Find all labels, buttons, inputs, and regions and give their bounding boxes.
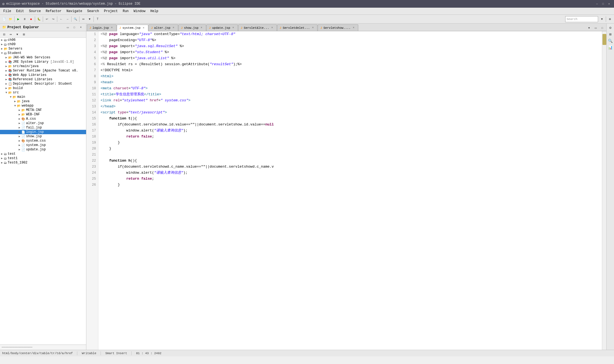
menu-search[interactable]: Search [85, 9, 101, 14]
toolbar-more[interactable]: ▼ [87, 16, 93, 22]
sidebar-link-editor[interactable]: ⇔ [8, 31, 14, 38]
tree-item-main[interactable]: ▼📂main [0, 95, 86, 99]
tab-close-login[interactable]: × [110, 26, 113, 30]
toolbar-search-btn[interactable]: 🔍 [72, 16, 78, 22]
tree-item-test1[interactable]: ▶🗂test1 [0, 156, 86, 160]
tree-item-ch06[interactable]: ▶🗂ch06 [0, 38, 86, 42]
menu-help[interactable]: Help [148, 9, 161, 14]
tree-item-src-main-java[interactable]: ▶📂src/main/java [0, 64, 86, 68]
right-icon-1[interactable]: ⊙ [607, 25, 613, 31]
tree-item-server-runtime[interactable]: ▶📚Server Runtime [Apache Tomcat v8. [0, 68, 86, 73]
sidebar-filter[interactable]: ▼ [14, 31, 20, 38]
toolbar-refs[interactable]: ⇔ [80, 16, 86, 22]
tab-servletShow[interactable]: J Servletshow.... × [318, 24, 358, 31]
sidebar-view-menu[interactable]: ⊞ [21, 31, 27, 38]
code-content[interactable]: <%@ page language="java" contentType="te… [98, 31, 602, 350]
maximize-button[interactable]: □ [600, 1, 606, 7]
menu-project[interactable]: Project [102, 9, 120, 14]
toolbar-undo[interactable]: ↩ [44, 16, 50, 22]
tab-login-jsp[interactable]: J login.jsp × [87, 24, 116, 31]
toolbar-debug[interactable]: 🐛 [36, 16, 42, 22]
tree-item-build[interactable]: ▶📂build [0, 86, 86, 90]
tree-item-fail-jsp[interactable]: ▶📄fail.jsp [0, 125, 86, 130]
tree-item-jre[interactable]: ▶📚JRE System Library [JavaSE-1.8] [0, 60, 86, 64]
tree-item-a-css[interactable]: ▶🎨A.css [0, 117, 86, 121]
tab-servletAlte[interactable]: J Servletälte... × [238, 24, 277, 31]
tree-arrow-webapp: ▼ [13, 104, 17, 107]
right-icon-3[interactable]: 🔍 [607, 38, 613, 44]
toolbar-open-type[interactable]: T [95, 16, 101, 22]
tree-item-login-jsp[interactable]: ▶📄login.jsp [0, 130, 86, 134]
tree-item-referenced-libs[interactable]: ▶📚Referenced Libraries [0, 77, 86, 82]
menu-source[interactable]: Source [27, 9, 43, 14]
tab-close-servletAlte[interactable]: × [271, 26, 274, 30]
toolbar-forward[interactable]: → [64, 16, 70, 22]
tab-close-alter[interactable]: × [172, 26, 175, 30]
toolbar-pause[interactable]: ⏸ [22, 16, 28, 22]
tree-item-test[interactable]: ▶🗂test [0, 152, 86, 156]
toolbar-search-submit[interactable]: ▼ [599, 16, 605, 22]
menu-edit[interactable]: Edit [14, 9, 26, 14]
tree-item-web-inf[interactable]: ▶📂WEB-INF [0, 112, 86, 117]
tree-item-ch09[interactable]: ▶🗂ch09 [0, 42, 86, 47]
toolbar-zoom[interactable]: ⊕ [607, 16, 613, 22]
menu-window[interactable]: Window [131, 9, 147, 14]
scrollbar-track[interactable] [602, 31, 606, 350]
tab-maximize[interactable]: □ [599, 25, 605, 31]
right-icon-4[interactable]: 📊 [607, 44, 613, 50]
tree-item-web-app-libs[interactable]: ▶📚Web App Libraries [0, 73, 86, 77]
close-button[interactable]: ✕ [606, 1, 612, 7]
toolbar-open[interactable]: 📁 [7, 16, 13, 22]
sidebar-collapse-all[interactable]: ⊟ [1, 31, 7, 38]
tree-item-alter-jsp[interactable]: ▶📄alter.jsp [0, 121, 86, 125]
tree-item-servers[interactable]: ▶📂Servers [0, 47, 86, 51]
tab-alter-jsp[interactable]: J alter.jsp × [149, 24, 178, 31]
tree-item-jax-ws[interactable]: ▶📂JAX-WS Web Services [0, 55, 86, 60]
toolbar-main: 📄 📁 ▶ ⏸ ■ 🐛 ↩ ↪ ← → 🔍 ⇔ ▼ T Search ▼ ⊕ [0, 15, 614, 24]
sidebar-maximize[interactable]: □ [71, 24, 77, 30]
minimize-button[interactable]: — [594, 1, 600, 7]
tree-item-system-css[interactable]: ▶🎨system.css [0, 139, 86, 143]
tab-close-show[interactable]: × [200, 26, 203, 30]
tab-close-servletDelet[interactable]: × [311, 26, 314, 30]
menu-file[interactable]: File [1, 9, 13, 14]
tree-item-meta-inf[interactable]: ▶📂META-INF [0, 108, 86, 112]
toolbar-redo[interactable]: ↪ [50, 16, 56, 22]
tree-item-update-jsp[interactable]: ▶📄update.jsp [0, 147, 86, 152]
tree-item-system-jsp[interactable]: ▶📄system.jsp [0, 143, 86, 147]
tab-update-jsp[interactable]: J update.jsp × [206, 24, 238, 31]
tree-item-src[interactable]: ▼📂src [0, 90, 86, 95]
tab-close-system[interactable]: × [142, 26, 145, 30]
tree-label-a-css: A.css [26, 117, 36, 121]
code-line-10: <meta charset="UTF-8"> [101, 85, 600, 91]
tab-list-btn[interactable]: ▼ [586, 25, 592, 31]
sidebar-close[interactable]: × [78, 24, 84, 30]
toolbar-stop[interactable]: ■ [28, 16, 34, 22]
sidebar-header: 📁 Project Explorer ▭ □ × [0, 24, 86, 31]
menu-run[interactable]: Run [121, 9, 131, 14]
sidebar-minimize[interactable]: ▭ [65, 24, 71, 30]
tree-label-update-jsp: update.jsp [26, 148, 46, 151]
menu-navigate[interactable]: Navigate [64, 9, 84, 14]
tree-item-webapp[interactable]: ▼📂webapp [0, 104, 86, 108]
tab-show-jsp[interactable]: J show.jsp × [178, 24, 206, 31]
scrollbar-thumb[interactable] [602, 34, 606, 45]
tree-item-deployment-descriptor[interactable]: ▶📋Deployment Descriptor: Student [0, 82, 86, 86]
toolbar-new[interactable]: 📄 [1, 16, 7, 22]
tab-system-jsp[interactable]: J system.jsp × [117, 25, 148, 31]
right-icon-2[interactable]: ⊞ [607, 31, 613, 37]
tab-close-update[interactable]: × [232, 26, 235, 30]
tree-item-student[interactable]: ▼🗂Student [0, 51, 86, 55]
tab-icon-system: J [119, 26, 121, 30]
search-box[interactable]: Search [565, 16, 598, 22]
tree-item-show-jsp[interactable]: ▶📄show.jsp [0, 134, 86, 139]
toolbar-run[interactable]: ▶ [15, 16, 21, 22]
tab-close-servletShow[interactable]: × [352, 26, 355, 30]
menu-refactor[interactable]: Refactor [44, 9, 64, 14]
tree-item-java[interactable]: ▶📂java [0, 99, 86, 104]
code-line-24: window.alert("请输入查询信息"); [101, 170, 600, 176]
tab-servletDelet[interactable]: J Servletdelet... × [277, 24, 318, 31]
tab-minimize[interactable]: ▭ [593, 25, 599, 31]
tree-item-test6-1902[interactable]: ▶🗂Test6_1902 [0, 160, 86, 165]
toolbar-back[interactable]: ← [58, 16, 64, 22]
